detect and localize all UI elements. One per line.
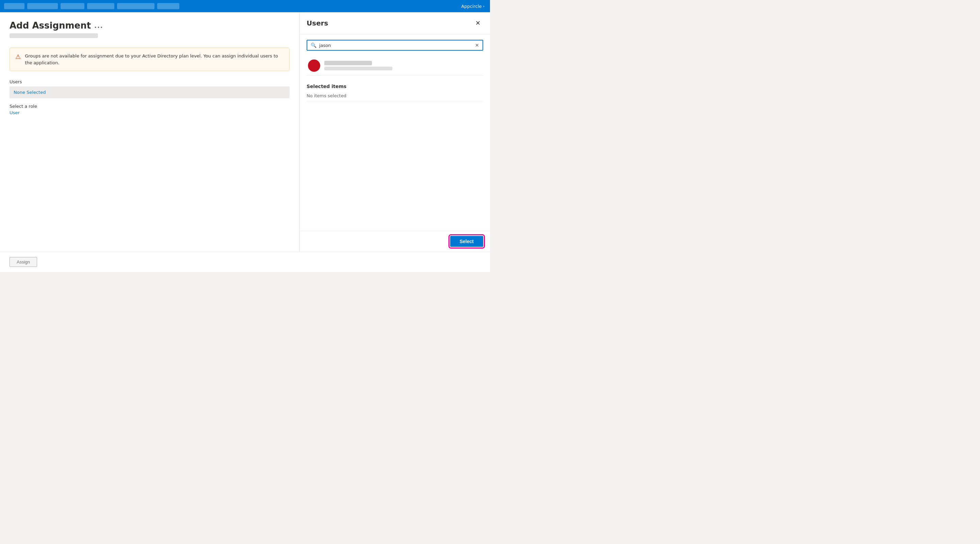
assign-button[interactable]: Assign: [10, 257, 37, 267]
no-items-text: No items selected: [307, 93, 483, 102]
nav-pill-3[interactable]: [60, 3, 84, 9]
user-info: [324, 61, 482, 70]
breadcrumb-app-link[interactable]: Appcircle: [461, 4, 482, 9]
nav-pill-1[interactable]: [4, 3, 24, 9]
warning-box: ⚠ Groups are not available for assignmen…: [10, 48, 290, 71]
user-avatar: [308, 60, 320, 72]
user-result-item[interactable]: [307, 56, 483, 76]
top-nav-bar: Appcircle ›: [0, 0, 490, 12]
nav-pill-2[interactable]: [27, 3, 58, 9]
left-panel: Add Assignment ... ⚠ Groups are not avai…: [0, 12, 299, 252]
bottom-bar: Assign: [0, 252, 490, 272]
users-section-label: Users: [10, 79, 290, 84]
nav-pill-5[interactable]: [117, 3, 154, 9]
warning-icon: ⚠: [15, 53, 21, 60]
select-button[interactable]: Select: [450, 236, 483, 247]
selected-items-section: Selected items No items selected: [307, 84, 483, 102]
none-selected-link[interactable]: None Selected: [14, 90, 46, 95]
nav-pill-4[interactable]: [87, 3, 115, 9]
warning-message: Groups are not available for assignment …: [25, 53, 284, 66]
role-value[interactable]: User: [10, 110, 290, 115]
user-name: [324, 61, 372, 65]
breadcrumb-chevron: ›: [483, 4, 485, 8]
search-clear-button[interactable]: ✕: [475, 43, 479, 48]
close-panel-button[interactable]: ✕: [472, 18, 483, 29]
breadcrumb: Appcircle ›: [461, 4, 486, 9]
search-input[interactable]: [319, 43, 472, 48]
panel-body: 🔍 ✕ Selected items No items selected: [300, 34, 490, 231]
users-row[interactable]: None Selected: [10, 86, 290, 98]
more-options-icon[interactable]: ...: [94, 22, 103, 29]
panel-title: Users: [307, 19, 328, 27]
role-label: Select a role: [10, 104, 290, 109]
panel-footer: Select: [300, 231, 490, 252]
selected-items-title: Selected items: [307, 84, 483, 89]
panel-header: Users ✕: [300, 12, 490, 34]
search-icon: 🔍: [311, 43, 317, 48]
page-title-text: Add Assignment: [10, 21, 91, 30]
user-email: [324, 67, 392, 70]
page-subtitle: [10, 33, 98, 38]
main-container: Add Assignment ... ⚠ Groups are not avai…: [0, 12, 490, 252]
nav-pill-6[interactable]: [157, 3, 179, 9]
page-title: Add Assignment ...: [10, 21, 290, 30]
search-box: 🔍 ✕: [307, 40, 483, 51]
right-panel: Users ✕ 🔍 ✕ Selected items No items sele…: [299, 12, 490, 252]
